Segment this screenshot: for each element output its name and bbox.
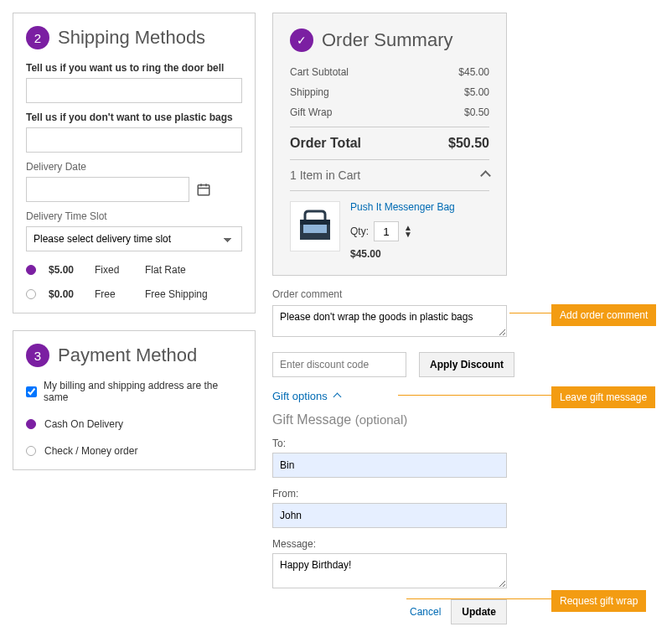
step-2-badge: 2 <box>26 26 49 49</box>
shipping-title: Shipping Methods <box>58 27 205 49</box>
product-name-link[interactable]: Push It Messenger Bag <box>350 201 489 213</box>
payment-method-panel: 3 Payment Method My billing and shipping… <box>13 330 256 470</box>
radio-selected-icon <box>26 419 36 429</box>
cart-item: Push It Messenger Bag Qty: ▲ ▼ $45.00 <box>290 190 489 260</box>
payment-title: Payment Method <box>58 344 197 366</box>
cart-items-toggle[interactable]: 1 Item in Cart <box>290 159 489 190</box>
apply-discount-button[interactable]: Apply Discount <box>419 352 514 377</box>
delivery-slot-label: Delivery Time Slot <box>26 210 242 222</box>
order-summary-panel: Order Summary Cart Subtotal$45.00 Shippi… <box>272 13 507 276</box>
qty-input[interactable] <box>374 221 399 241</box>
callout-comment: Add order comment <box>551 304 656 326</box>
qty-down-icon[interactable]: ▼ <box>404 231 412 238</box>
summary-title: Order Summary <box>322 29 452 51</box>
shipping-option-flat[interactable]: $5.00 Fixed Flat Rate <box>26 264 242 276</box>
delivery-date-input[interactable] <box>26 177 189 202</box>
gift-msg-input[interactable]: Happy Birthday! <box>272 553 507 588</box>
product-image <box>290 201 340 251</box>
step-3-badge: 3 <box>26 344 49 367</box>
pay-check[interactable]: Check / Money order <box>26 445 242 457</box>
check-icon <box>290 28 313 52</box>
gift-from-label: From: <box>272 488 649 500</box>
radio-icon <box>26 446 36 456</box>
callout-line <box>509 313 551 313</box>
doorbell-input[interactable] <box>26 78 242 103</box>
update-button[interactable]: Update <box>451 599 507 624</box>
order-comment-input[interactable]: Please don't wrap the goods in plastic b… <box>272 305 507 337</box>
chevron-up-icon <box>334 390 340 402</box>
pay-cod[interactable]: Cash On Delivery <box>26 418 242 430</box>
callout-gift-wrap: Request gift wrap <box>551 590 646 612</box>
discount-code-input[interactable] <box>272 352 406 377</box>
radio-icon <box>26 289 36 299</box>
callout-line <box>398 395 551 396</box>
svg-rect-0 <box>198 185 209 195</box>
gift-msg-label: Message: <box>272 538 649 550</box>
shipping-option-free[interactable]: $0.00 Free Free Shipping <box>26 288 242 300</box>
callout-gift-msg: Leave gift message <box>551 386 655 408</box>
plastic-label: Tell us if you don't want to use plastic… <box>26 111 242 123</box>
gift-message-header: Gift Message (optional) <box>272 412 649 427</box>
delivery-date-label: Delivery Date <box>26 161 242 173</box>
shipping-methods-panel: 2 Shipping Methods Tell us if you want u… <box>13 13 256 313</box>
same-address-row[interactable]: My billing and shipping address are the … <box>26 380 242 403</box>
cancel-button[interactable]: Cancel <box>410 606 441 618</box>
order-comment-label: Order comment <box>272 288 649 300</box>
chevron-up-icon <box>482 168 489 182</box>
radio-selected-icon <box>26 265 36 275</box>
gift-to-label: To: <box>272 438 649 449</box>
gift-to-input[interactable] <box>272 453 507 478</box>
same-address-checkbox[interactable] <box>26 386 37 397</box>
delivery-slot-select[interactable]: Please select delivery time slot <box>26 226 242 251</box>
calendar-icon[interactable] <box>196 182 211 197</box>
plastic-input[interactable] <box>26 127 242 153</box>
gift-from-input[interactable] <box>272 503 507 528</box>
callout-line <box>406 598 551 599</box>
svg-rect-6 <box>300 220 330 225</box>
doorbell-label: Tell us if you want us to ring the door … <box>26 62 242 74</box>
